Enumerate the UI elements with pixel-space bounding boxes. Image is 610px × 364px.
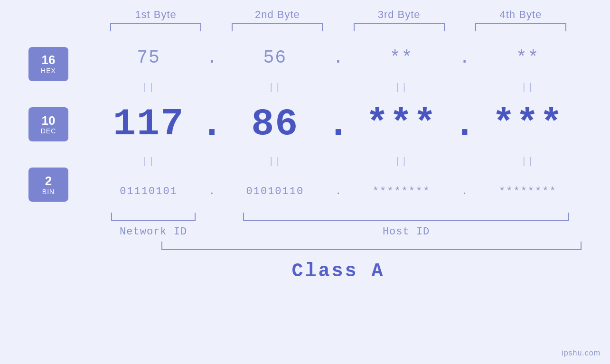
- dec-byte-4: ***: [474, 105, 582, 143]
- separator-row-1: || || || ||: [95, 79, 582, 96]
- class-row: Class A: [28, 261, 582, 282]
- hex-byte-3: **: [348, 47, 455, 68]
- sep-sym-4: ||: [521, 82, 535, 93]
- bin-val-2: 01010110: [246, 186, 304, 197]
- main-container: 1st Byte 2nd Byte 3rd Byte 4th Byte 16 H…: [0, 0, 610, 364]
- top-bracket-1: [110, 23, 201, 31]
- dec-badge-num: 10: [42, 114, 56, 128]
- bin-badge: 2 BIN: [28, 168, 68, 202]
- separator-row-2: || || || ||: [95, 153, 582, 170]
- bin-dot-2: .: [329, 186, 348, 197]
- host-id-cell: Host ID: [231, 226, 582, 238]
- bin-byte-2: 01010110: [221, 186, 328, 197]
- byte-headers-row: 1st Byte 2nd Byte 3rd Byte 4th Byte: [28, 0, 582, 21]
- lower-bracket-line: [95, 213, 582, 221]
- dec-byte-2: 86: [221, 105, 328, 143]
- hex-badge-label: HEX: [41, 67, 56, 75]
- dec-val-1: 117: [113, 105, 184, 143]
- lower-section: Network ID Host ID: [28, 213, 582, 250]
- badges-column: 16 HEX 10 DEC 2 BIN: [28, 36, 95, 213]
- top-bracket-cell-3: [338, 23, 460, 31]
- top-bracket-cell-1: [95, 23, 216, 31]
- sep-1-b2: ||: [221, 82, 328, 93]
- dec-byte-1: 117: [95, 105, 202, 143]
- data-grid: 16 HEX 10 DEC 2 BIN 75 .: [28, 36, 582, 213]
- dec-dot-3: .: [455, 103, 474, 146]
- host-bracket-wrap: [231, 213, 582, 221]
- bin-dot-1: .: [202, 186, 221, 197]
- dec-val-2: 86: [251, 105, 299, 143]
- bin-dot-3: .: [455, 186, 474, 197]
- byte-header-4: 4th Byte: [460, 9, 582, 21]
- bin-byte-3: ********: [348, 186, 455, 197]
- top-bracket-2: [232, 23, 323, 31]
- dec-badge: 10 DEC: [28, 107, 68, 141]
- sep-1-b4: ||: [474, 82, 582, 93]
- dec-dot-2: .: [329, 103, 348, 146]
- byte-header-2: 2nd Byte: [216, 9, 338, 21]
- hex-byte-1: 75: [95, 47, 202, 68]
- full-bottom-bracket: [161, 242, 582, 250]
- dec-value-row: 117 . 86 . *** . ***: [95, 96, 582, 153]
- hex-val-3: **: [390, 47, 413, 68]
- bin-byte-1: 01110101: [95, 186, 202, 197]
- bin-val-3: ********: [373, 186, 431, 197]
- class-a-label: Class A: [291, 261, 385, 282]
- sep-sym-1: ||: [142, 82, 155, 93]
- sep-2-b1: ||: [95, 156, 202, 167]
- bin-badge-label: BIN: [42, 188, 55, 196]
- bin-val-4: ********: [499, 186, 557, 197]
- top-bracket-3: [354, 23, 445, 31]
- network-bracket: [111, 213, 195, 221]
- sep-sym-7: ||: [395, 156, 408, 167]
- top-bracket-4: [475, 23, 566, 31]
- sep-sym-3: ||: [395, 82, 408, 93]
- sep-1-b3: ||: [348, 82, 455, 93]
- bin-val-1: 01110101: [120, 186, 178, 197]
- hex-badge-num: 16: [42, 53, 56, 67]
- byte-header-1: 1st Byte: [95, 9, 216, 21]
- watermark: ipshu.com: [562, 349, 601, 357]
- hex-dot-3: .: [455, 47, 474, 68]
- bin-badge-num: 2: [45, 174, 52, 188]
- host-id-label: Host ID: [231, 226, 582, 238]
- dec-dot-1: .: [202, 103, 221, 146]
- hex-value-row: 75 . 56 . ** . **: [95, 36, 582, 79]
- bytes-area: 75 . 56 . ** . **: [95, 36, 582, 213]
- dec-val-4: ***: [492, 105, 563, 143]
- net-bracket-wrap: [95, 213, 212, 221]
- sep-sym-2: ||: [268, 82, 282, 93]
- full-bottom-bracket-row: [95, 242, 582, 250]
- sep-sym-6: ||: [268, 156, 282, 167]
- lower-labels: Network ID Host ID: [95, 226, 582, 238]
- sep-2-b4: ||: [474, 156, 582, 167]
- dec-byte-3: ***: [348, 105, 455, 143]
- sep-sym-5: ||: [142, 156, 155, 167]
- top-bracket-cell-2: [216, 23, 338, 31]
- host-bracket: [243, 213, 569, 221]
- hex-val-1: 75: [137, 47, 160, 68]
- dec-badge-label: DEC: [41, 127, 56, 135]
- hex-val-2: 56: [263, 47, 287, 68]
- network-id-cell: Network ID: [95, 226, 212, 238]
- network-id-label: Network ID: [95, 226, 212, 238]
- sep-2-b3: ||: [348, 156, 455, 167]
- top-bracket-cell-4: [460, 23, 582, 31]
- sep-sym-8: ||: [521, 156, 535, 167]
- dec-val-3: ***: [366, 105, 437, 143]
- byte-header-3: 3rd Byte: [338, 9, 460, 21]
- bin-byte-4: ********: [474, 186, 582, 197]
- hex-dot-2: .: [329, 47, 348, 68]
- hex-badge: 16 HEX: [28, 47, 68, 81]
- hex-byte-4: **: [474, 47, 582, 68]
- sep-2-b2: ||: [221, 156, 328, 167]
- sep-1-b1: ||: [95, 82, 202, 93]
- hex-dot-1: .: [202, 47, 221, 68]
- top-bracket-row: [28, 23, 582, 31]
- bin-value-row: 01110101 . 01010110 . ******** .: [95, 170, 582, 213]
- hex-byte-2: 56: [221, 47, 328, 68]
- hex-val-4: **: [516, 47, 540, 68]
